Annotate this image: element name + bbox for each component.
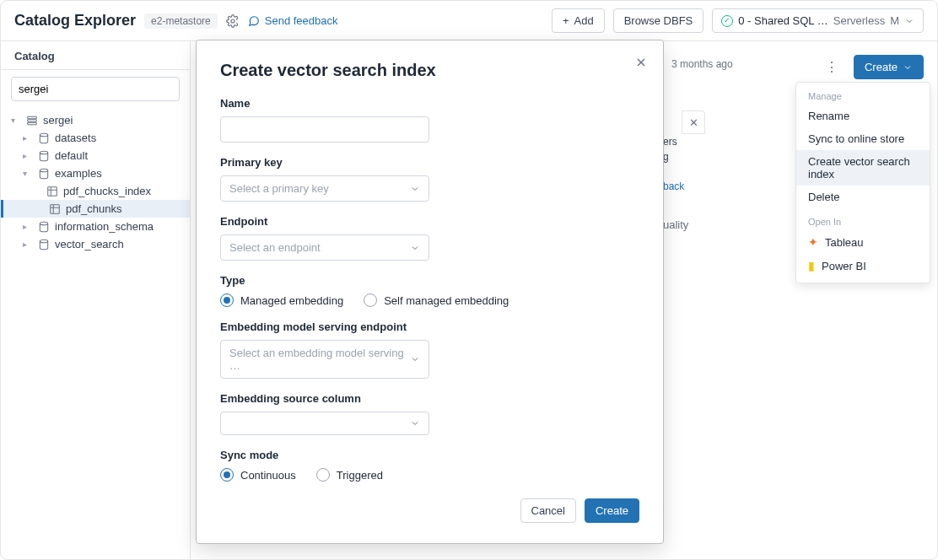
tree-root[interactable]: ▾ sergei (1, 111, 190, 129)
chevron-down-icon (903, 62, 913, 73)
browse-dbfs-button[interactable]: Browse DBFS (613, 8, 704, 33)
sync-triggered-radio[interactable]: Triggered (316, 468, 383, 482)
menu-item-create-vector-index[interactable]: Create vector search index (796, 150, 930, 186)
chevron-down-icon (410, 243, 420, 253)
tree-schema-information-schema[interactable]: ▸ information_schema (1, 218, 190, 235)
embedding-endpoint-label: Embedding model serving endpoint (220, 320, 639, 333)
name-input[interactable] (220, 116, 429, 143)
catalog-sidebar: Catalog ▾ sergei ▸ datasets ▸ default ▾ (1, 41, 191, 560)
table-icon (46, 186, 58, 197)
send-feedback-label: Send feedback (265, 14, 338, 27)
info-card-close-button[interactable]: ✕ (682, 110, 705, 134)
chevron-right-icon: ▸ (23, 133, 33, 143)
kebab-icon: ⋮ (825, 60, 838, 74)
menu-item-tableau[interactable]: ✦ Tableau (796, 230, 930, 254)
endpoint-placeholder: Select an endpoint (229, 241, 321, 254)
type-managed-radio[interactable]: Managed embedding (220, 293, 343, 307)
catalog-icon (26, 115, 38, 127)
svg-rect-2 (28, 119, 37, 121)
add-button[interactable]: + Add (552, 8, 605, 33)
svg-point-6 (40, 169, 47, 172)
primary-key-select[interactable]: Select a primary key (220, 175, 429, 202)
embedding-column-select[interactable] (220, 412, 429, 435)
schema-icon (38, 150, 50, 162)
chevron-right-icon: ▸ (23, 151, 33, 160)
tree-table-pdf-chucks-index[interactable]: pdf_chucks_index (1, 182, 190, 200)
create-button[interactable]: Create (854, 55, 924, 79)
tree-schema-vector-search[interactable]: ▸ vector_search (1, 235, 190, 253)
modal-close-button[interactable] (634, 56, 648, 69)
schema-icon (38, 239, 50, 250)
svg-point-5 (40, 151, 47, 154)
chevron-down-icon (410, 184, 420, 194)
svg-point-4 (40, 133, 47, 137)
settings-button[interactable] (226, 14, 240, 28)
svg-rect-10 (51, 204, 60, 213)
name-label: Name (220, 97, 639, 110)
chevron-down-icon: ▾ (23, 169, 33, 178)
send-feedback-link[interactable]: Send feedback (248, 14, 338, 27)
endpoint-select[interactable]: Select an endpoint (220, 234, 429, 261)
modal-create-button[interactable]: Create (585, 498, 639, 523)
chevron-down-icon (904, 16, 914, 26)
chevron-right-icon: ▸ (23, 240, 33, 249)
tree-label: pdf_chucks_index (63, 185, 151, 197)
browse-dbfs-label: Browse DBFS (624, 14, 693, 27)
tree-table-pdf-chunks[interactable]: pdf_chunks (1, 200, 190, 218)
menu-item-powerbi[interactable]: ▮ Power BI (796, 254, 930, 277)
mode-label: M (890, 14, 899, 27)
tree-schema-default[interactable]: ▸ default (1, 147, 190, 164)
schema-icon (38, 221, 50, 233)
fragment-line: ers (663, 134, 677, 149)
status-check-icon (721, 15, 733, 27)
tree-label: pdf_chunks (66, 202, 122, 215)
cancel-button[interactable]: Cancel (520, 498, 576, 523)
sidebar-header: Catalog (1, 41, 190, 70)
chevron-down-icon (410, 354, 420, 364)
primary-key-placeholder: Select a primary key (229, 182, 329, 195)
close-icon (634, 56, 648, 69)
powerbi-icon: ▮ (808, 259, 815, 272)
menu-header-open-in: Open In (796, 213, 930, 230)
cluster-name: 0 - Shared SQL … (738, 14, 827, 27)
modal-title: Create vector search index (220, 61, 639, 80)
more-actions-button[interactable]: ⋮ (818, 56, 845, 78)
type-managed-label: Managed embedding (240, 294, 343, 307)
menu-item-sync[interactable]: Sync to online store (796, 127, 930, 150)
create-label: Create (865, 61, 898, 73)
sync-mode-label: Sync mode (220, 449, 639, 461)
create-dropdown-menu: Manage Rename Sync to online store Creat… (795, 82, 930, 283)
embedding-endpoint-select[interactable]: Select an embedding model serving … (220, 340, 429, 379)
last-modified-timestamp: 3 months ago (671, 58, 733, 70)
catalog-search-input[interactable] (11, 77, 180, 101)
tree-label: default (55, 149, 88, 162)
embedding-endpoint-placeholder: Select an embedding model serving … (229, 347, 410, 372)
menu-item-rename[interactable]: Rename (796, 105, 930, 127)
table-icon (49, 203, 61, 215)
close-icon: ✕ (689, 116, 698, 129)
radio-unchecked-icon (316, 468, 330, 482)
svg-point-14 (40, 240, 47, 243)
type-self-label: Self managed embedding (384, 294, 509, 307)
type-self-radio[interactable]: Self managed embedding (364, 293, 509, 307)
page-title: Catalog Explorer (14, 12, 136, 30)
chevron-right-icon: ▸ (23, 222, 33, 231)
menu-header-manage: Manage (796, 88, 930, 105)
tableau-icon: ✦ (808, 235, 818, 249)
chevron-down-icon (410, 418, 420, 428)
tree-schema-datasets[interactable]: ▸ datasets (1, 129, 190, 147)
metastore-pill[interactable]: e2-metastore (144, 13, 218, 29)
tree-label: vector_search (55, 238, 124, 250)
feedback-link-fragment[interactable]: back (663, 180, 684, 192)
sync-continuous-radio[interactable]: Continuous (220, 468, 296, 482)
cluster-selector[interactable]: 0 - Shared SQL … Serverless M (712, 8, 924, 33)
menu-item-delete[interactable]: Delete (796, 186, 930, 208)
tree-schema-examples[interactable]: ▾ examples (1, 164, 190, 182)
svg-rect-7 (48, 186, 57, 196)
tree-label: datasets (55, 132, 96, 144)
tree-root-label: sergei (43, 114, 73, 127)
schema-icon (38, 168, 50, 180)
plus-icon: + (563, 14, 569, 27)
quality-fragment: uality (663, 218, 688, 231)
header-bar: Catalog Explorer e2-metastore Send feedb… (1, 1, 937, 41)
